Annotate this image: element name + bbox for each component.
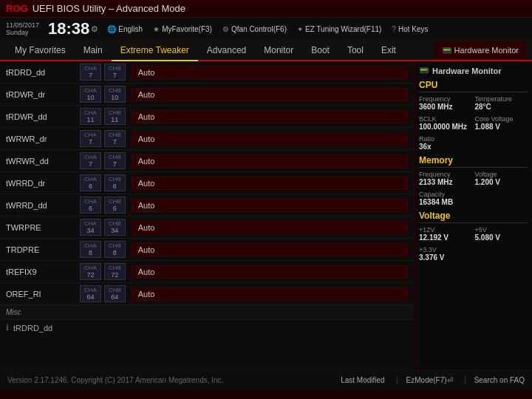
mem-freq-value: 2133 MHz xyxy=(419,178,472,186)
footer-version: Version 2.17.1246. Copyright (C) 2017 Am… xyxy=(7,376,223,384)
setting-chips: CHA34CHB34 xyxy=(80,219,126,236)
chb-chip: CHB10 xyxy=(104,86,126,103)
datetime-block: 11/05/2017Sunday xyxy=(6,21,39,36)
setting-row[interactable]: tRDRD_ddCHA7CHB7Auto xyxy=(0,61,413,83)
bottom-info-row: ℹ tRDRD_dd xyxy=(0,320,413,335)
setting-row[interactable]: OREF_RICHA64CHB64Auto xyxy=(0,283,413,305)
nav-advanced[interactable]: Advanced xyxy=(198,41,255,60)
nav-exit[interactable]: Exit xyxy=(372,41,405,60)
cha-chip: CHA72 xyxy=(80,263,101,280)
setting-row[interactable]: tRDWR_ddCHA11CHB11Auto xyxy=(0,106,413,128)
v12-label: +12V xyxy=(419,226,472,233)
voltage-33: +3.3V 3.376 V xyxy=(419,246,528,262)
mem-freq-label: Frequency xyxy=(419,171,472,178)
cha-chip: CHA7 xyxy=(80,64,101,81)
setting-row[interactable]: tWRWR_ddCHA7CHB7Auto xyxy=(0,150,413,172)
core-voltage-label: Core Voltage xyxy=(475,115,528,123)
cpu-freq-temp: Frequency 3600 MHz Temperature 28°C xyxy=(419,95,528,111)
nav-tool[interactable]: Tool xyxy=(338,41,372,60)
setting-chips: CHA8CHB8 xyxy=(80,241,126,258)
cha-chip: CHA7 xyxy=(80,152,101,169)
settings-panel: tRDRD_ddCHA7CHB7AutotRDWR_drCHA10CHB10Au… xyxy=(0,61,414,369)
bios-title: UEFI BIOS Utility – Advanced Mode xyxy=(33,3,185,14)
ez-mode-button[interactable]: EzMode(F7)⏎ xyxy=(397,376,453,384)
nav-main[interactable]: Main xyxy=(75,41,112,60)
setting-row[interactable]: TWRPRECHA34CHB34Auto xyxy=(0,216,413,239)
setting-value[interactable]: Auto xyxy=(132,177,407,190)
ratio-value: 36x xyxy=(419,143,528,151)
voltage-section-title: Voltage xyxy=(419,211,528,223)
v33-label: +3.3V xyxy=(419,246,528,253)
chb-chip: CHB6 xyxy=(104,174,126,191)
cha-chip: CHA7 xyxy=(80,130,101,147)
title-bar: ROG UEFI BIOS Utility – Advanced Mode xyxy=(0,0,532,18)
cpu-ratio: Ratio 36x xyxy=(419,135,528,151)
bclk-label: BCLK xyxy=(419,115,472,123)
setting-value[interactable]: Auto xyxy=(132,265,407,279)
setting-name-label: tREFIX9 xyxy=(6,267,80,276)
monitor-panel-icon: 📟 xyxy=(419,66,429,75)
top-info-items: 🌐 English ★ MyFavorite(F3) ⚙ Qfan Contro… xyxy=(107,25,526,33)
mem-freq-voltage: Frequency 2133 MHz Voltage 1.200 V xyxy=(419,171,528,186)
my-favorite-button[interactable]: ★ MyFavorite(F3) xyxy=(153,25,212,33)
setting-row[interactable]: tWRWR_drCHA7CHB7Auto xyxy=(0,128,413,150)
voltage-12-5: +12V 12.192 V +5V 5.080 V xyxy=(419,226,528,242)
mem-capacity: Capacity 16384 MB xyxy=(419,191,528,206)
qfan-control-button[interactable]: ⚙ Qfan Control(F6) xyxy=(222,25,287,33)
date-display: 11/05/2017Sunday xyxy=(6,21,39,36)
setting-name-label: tRDWR_dr xyxy=(6,90,80,99)
cha-chip: CHA64 xyxy=(80,285,101,302)
search-faq-button[interactable]: Search on FAQ xyxy=(465,376,525,384)
clock-gear-icon[interactable]: ⚙ xyxy=(91,24,98,34)
cpu-temp-value: 28°C xyxy=(475,103,528,111)
footer: Version 2.17.1246. Copyright (C) 2017 Am… xyxy=(0,369,532,390)
setting-name-label: TWRPRE xyxy=(6,223,80,232)
cha-chip: CHA6 xyxy=(80,174,101,191)
misc-section-header: Misc xyxy=(0,305,413,320)
cha-chip: CHA8 xyxy=(80,241,101,258)
hot-keys-button[interactable]: ? Hot Keys xyxy=(392,25,428,33)
setting-chips: CHA7CHB7 xyxy=(80,130,126,147)
setting-value[interactable]: Auto xyxy=(132,287,407,301)
nav-my-favorites[interactable]: My Favorites xyxy=(6,41,75,60)
setting-value[interactable]: Auto xyxy=(132,243,407,256)
chb-chip: CHB8 xyxy=(104,241,126,258)
nav-bar: My Favorites Main Extreme Tweaker Advanc… xyxy=(0,41,532,61)
setting-value[interactable]: Auto xyxy=(132,66,407,79)
setting-row[interactable]: tRDWR_drCHA10CHB10Auto xyxy=(0,83,413,106)
setting-name-label: tRDRD_dd xyxy=(6,68,80,77)
fan-icon: ⚙ xyxy=(222,25,229,33)
setting-value[interactable]: Auto xyxy=(132,199,407,212)
nav-monitor[interactable]: Monitor xyxy=(255,41,302,60)
setting-row[interactable]: tWRRD_ddCHA6CHB6Auto xyxy=(0,194,413,216)
setting-value[interactable]: Auto xyxy=(132,132,407,146)
core-voltage-value: 1.088 V xyxy=(475,123,528,131)
nav-extreme-tweaker[interactable]: Extreme Tweaker xyxy=(112,41,198,61)
nav-boot[interactable]: Boot xyxy=(302,41,338,60)
setting-name-label: tWRRD_dd xyxy=(6,201,80,210)
setting-chips: CHA7CHB7 xyxy=(80,152,126,169)
setting-name-label: tWRWR_dr xyxy=(6,134,80,143)
monitor-icon: 📟 xyxy=(442,46,452,55)
info-bar: 11/05/2017Sunday 18:38 ⚙ 🌐 English ★ MyF… xyxy=(0,18,532,41)
setting-value[interactable]: Auto xyxy=(132,221,407,234)
v5-label: +5V xyxy=(475,226,528,233)
cha-chip: CHA11 xyxy=(80,108,101,125)
setting-value[interactable]: Auto xyxy=(132,110,407,123)
cha-chip: CHA10 xyxy=(80,86,101,103)
cpu-freq-label: Frequency xyxy=(419,95,472,103)
setting-row[interactable]: TRDPRECHA8CHB8Auto xyxy=(0,239,413,261)
ez-tuning-button[interactable]: ✦ EZ Tuning Wizard(F11) xyxy=(297,25,381,33)
globe-icon: 🌐 xyxy=(107,25,116,33)
chb-chip: CHB34 xyxy=(104,219,126,236)
hw-monitor-nav-label: 📟 Hardware Monitor xyxy=(434,41,526,60)
setting-value[interactable]: Auto xyxy=(132,154,407,168)
setting-row[interactable]: tWRRD_drCHA6CHB6Auto xyxy=(0,172,413,194)
chb-chip: CHB6 xyxy=(104,197,126,214)
language-selector[interactable]: 🌐 English xyxy=(107,25,143,33)
last-modified-button[interactable]: Last Modified xyxy=(341,376,384,384)
mem-voltage-label: Voltage xyxy=(475,171,528,178)
setting-row[interactable]: tREFIX9CHA72CHB72Auto xyxy=(0,261,413,283)
setting-value[interactable]: Auto xyxy=(132,88,407,101)
setting-name-label: OREF_RI xyxy=(6,290,80,299)
